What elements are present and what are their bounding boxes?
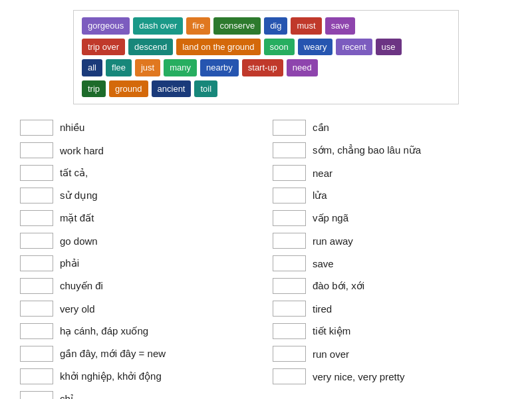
vocab-row: very nice, very pretty bbox=[266, 365, 519, 388]
vocab-definition: chuyến đi bbox=[60, 280, 103, 292]
vocab-definition: very old bbox=[60, 303, 95, 315]
tag-item[interactable]: soon bbox=[264, 39, 295, 56]
tag-item[interactable]: trip bbox=[82, 80, 106, 98]
answer-box[interactable] bbox=[273, 346, 306, 362]
tag-item[interactable]: save bbox=[325, 17, 355, 35]
vocab-definition: lửa bbox=[313, 190, 327, 201]
vocab-section: nhiềuwork hardtất cả,sử dụngmặt đấtgo do… bbox=[13, 116, 519, 399]
tag-item[interactable]: nearby bbox=[200, 59, 239, 76]
tags-row: gorgeousdash overfireconservedigmustsave bbox=[82, 17, 450, 35]
tag-item[interactable]: descend bbox=[128, 39, 173, 56]
answer-box[interactable] bbox=[20, 391, 53, 399]
tags-row: tripgroundancienttoil bbox=[82, 80, 450, 98]
answer-box[interactable] bbox=[20, 255, 53, 271]
vocab-col-left: nhiềuwork hardtất cả,sử dụngmặt đấtgo do… bbox=[13, 116, 266, 399]
answer-box[interactable] bbox=[20, 323, 53, 339]
tag-item[interactable]: weary bbox=[298, 39, 333, 56]
tag-item[interactable]: trip over bbox=[82, 39, 125, 56]
tags-row: trip overdescendland on the groundsoonwe… bbox=[82, 39, 450, 56]
answer-box[interactable] bbox=[273, 233, 306, 249]
vocab-definition: gần đây, mới đây = new bbox=[60, 348, 166, 360]
answer-box[interactable] bbox=[20, 233, 53, 249]
tag-item[interactable]: ground bbox=[109, 80, 148, 98]
vocab-row: nhiều bbox=[13, 116, 266, 139]
vocab-row: tất cả, bbox=[13, 162, 266, 184]
tag-item[interactable]: conserve bbox=[213, 17, 261, 35]
vocab-row: very old bbox=[13, 297, 266, 320]
answer-box[interactable] bbox=[273, 278, 306, 294]
vocab-row: lửa bbox=[266, 184, 519, 207]
answer-box[interactable] bbox=[273, 301, 306, 317]
answer-box[interactable] bbox=[20, 278, 53, 294]
answer-box[interactable] bbox=[273, 188, 306, 203]
vocab-row: run over bbox=[266, 342, 519, 365]
tag-item[interactable]: start-up bbox=[242, 59, 283, 76]
tag-item[interactable]: all bbox=[82, 59, 102, 76]
answer-box[interactable] bbox=[20, 210, 53, 226]
tag-item[interactable]: land on the ground bbox=[176, 39, 260, 56]
vocab-definition: tiết kiệm bbox=[313, 325, 350, 337]
vocab-row: go down bbox=[13, 229, 266, 252]
vocab-definition: vấp ngã bbox=[313, 212, 348, 224]
answer-box[interactable] bbox=[273, 210, 306, 226]
vocab-definition: run over bbox=[313, 348, 349, 360]
tag-item[interactable]: ancient bbox=[152, 80, 192, 98]
vocab-row: khởi nghiệp, khởi động bbox=[13, 365, 266, 388]
vocab-row: work hard bbox=[13, 139, 266, 162]
vocab-row: mặt đất bbox=[13, 207, 266, 229]
vocab-row: chỉ bbox=[13, 388, 266, 399]
vocab-row: gần đây, mới đây = new bbox=[13, 342, 266, 365]
answer-box[interactable] bbox=[273, 368, 306, 384]
vocab-definition: nhiều bbox=[60, 122, 84, 134]
vocab-row: vấp ngã bbox=[266, 207, 519, 229]
vocab-definition: cần bbox=[313, 122, 329, 134]
vocab-row: cần bbox=[266, 116, 519, 139]
vocab-definition: work hard bbox=[60, 145, 104, 156]
vocab-definition: sớm, chẳng bao lâu nữa bbox=[313, 144, 421, 156]
vocab-row: đào bới, xới bbox=[266, 275, 519, 297]
vocab-definition: tất cả, bbox=[60, 167, 88, 179]
vocab-definition: sử dụng bbox=[60, 190, 98, 201]
tag-item[interactable]: gorgeous bbox=[82, 17, 130, 35]
vocab-definition: mặt đất bbox=[60, 212, 94, 224]
answer-box[interactable] bbox=[273, 165, 306, 181]
tag-item[interactable]: need bbox=[287, 59, 318, 76]
answer-box[interactable] bbox=[273, 255, 306, 271]
answer-box[interactable] bbox=[20, 120, 53, 136]
vocab-row: run away bbox=[266, 229, 519, 252]
vocab-definition: chỉ bbox=[60, 393, 73, 399]
vocab-definition: save bbox=[313, 258, 334, 269]
vocab-definition: khởi nghiệp, khởi động bbox=[60, 370, 162, 382]
vocab-row: hạ cánh, đáp xuống bbox=[13, 320, 266, 342]
answer-box[interactable] bbox=[20, 346, 53, 362]
answer-box[interactable] bbox=[20, 368, 53, 384]
vocab-col-right: cầnsớm, chẳng bao lâu nữanearlửavấp ngãr… bbox=[266, 116, 519, 399]
answer-box[interactable] bbox=[20, 142, 53, 158]
vocab-definition: run away bbox=[313, 235, 353, 247]
answer-box[interactable] bbox=[273, 323, 306, 339]
tag-item[interactable]: dig bbox=[264, 17, 287, 35]
answer-box[interactable] bbox=[273, 120, 306, 136]
vocab-row: sử dụng bbox=[13, 184, 266, 207]
vocab-row: tiết kiệm bbox=[266, 320, 519, 342]
vocab-definition: tired bbox=[313, 303, 332, 315]
tag-item[interactable]: recent bbox=[336, 39, 372, 56]
tag-item[interactable]: toil bbox=[194, 80, 217, 98]
tag-item[interactable]: flee bbox=[106, 59, 132, 76]
tag-item[interactable]: dash over bbox=[133, 17, 183, 35]
vocab-definition: hạ cánh, đáp xuống bbox=[60, 325, 148, 337]
answer-box[interactable] bbox=[20, 165, 53, 181]
vocab-definition: near bbox=[313, 168, 332, 179]
vocab-definition: đào bới, xới bbox=[313, 280, 364, 292]
vocab-definition: phải bbox=[60, 257, 79, 269]
vocab-row: save bbox=[266, 252, 519, 275]
tag-item[interactable]: just bbox=[135, 59, 160, 76]
tag-item[interactable]: many bbox=[164, 59, 197, 76]
vocab-row: sớm, chẳng bao lâu nữa bbox=[266, 139, 519, 162]
answer-box[interactable] bbox=[273, 142, 306, 158]
tag-item[interactable]: use bbox=[376, 39, 402, 56]
answer-box[interactable] bbox=[20, 188, 53, 203]
answer-box[interactable] bbox=[20, 301, 53, 317]
tag-item[interactable]: fire bbox=[186, 17, 210, 35]
tag-item[interactable]: must bbox=[291, 17, 321, 35]
